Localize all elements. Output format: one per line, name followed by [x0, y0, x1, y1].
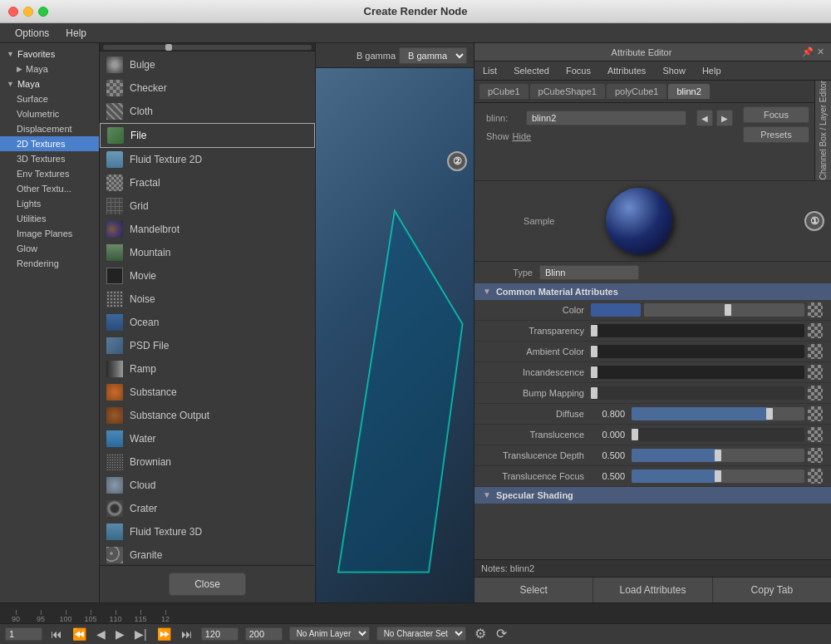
texture-ramp[interactable]: Ramp: [100, 357, 315, 381]
tree-item-surface[interactable]: Surface: [0, 91, 99, 106]
tree-item-envtextures[interactable]: Env Textures: [0, 166, 99, 181]
attr-editor-close[interactable]: ✕: [817, 47, 824, 57]
menu-options[interactable]: Options: [7, 26, 57, 41]
minimize-button[interactable]: [23, 7, 33, 17]
attr-menu-help[interactable]: Help: [699, 64, 725, 77]
load-attributes-button[interactable]: Load Attributes: [593, 578, 712, 602]
texture-grid[interactable]: Grid: [100, 194, 315, 218]
texture-cloud[interactable]: Cloud: [100, 474, 315, 497]
next-key-btn[interactable]: ⏩: [155, 627, 173, 641]
texture-crater[interactable]: Crater: [100, 497, 315, 520]
texture-mandelbrot[interactable]: Mandelbrot: [100, 218, 315, 241]
texture-checker[interactable]: Checker: [100, 76, 315, 100]
attr-editor-pin[interactable]: 📌: [802, 47, 814, 57]
tree-item-displacement[interactable]: Displacement: [0, 121, 99, 136]
tree-item-lights[interactable]: Lights: [0, 196, 99, 211]
translucence-depth-slider[interactable]: [632, 449, 804, 462]
tree-item-3dtextures[interactable]: 3D Textures: [0, 151, 99, 166]
type-select[interactable]: Blinn: [539, 265, 639, 280]
prev-key-btn[interactable]: ⏪: [71, 627, 88, 641]
incandescence-slider[interactable]: [591, 366, 804, 379]
tree-item-favorites[interactable]: ▼ Favorites: [0, 47, 99, 61]
tree-item-utilities[interactable]: Utilities: [0, 211, 99, 226]
close-button[interactable]: [8, 7, 18, 17]
texture-noise[interactable]: Noise: [100, 288, 315, 311]
copy-tab-button[interactable]: Copy Tab: [713, 578, 831, 602]
translucence-focus-checker[interactable]: [808, 469, 823, 484]
anim-layer-dropdown[interactable]: No Anim Layer: [289, 627, 370, 641]
tab-polycube1[interactable]: polyCube1: [607, 84, 667, 99]
tab-pcube1[interactable]: pCube1: [479, 84, 529, 99]
common-attrs-section[interactable]: ▼ Common Material Attributes: [475, 283, 831, 300]
attr-prev-btn[interactable]: ◀: [696, 110, 713, 126]
texture-mountain[interactable]: Mountain: [100, 241, 315, 264]
texture-file[interactable]: File: [100, 123, 315, 148]
texture-bulge[interactable]: Bulge: [100, 53, 315, 76]
focus-button[interactable]: Focus: [743, 106, 809, 123]
ambient-checker[interactable]: [808, 344, 823, 359]
texture-granite[interactable]: Granite: [100, 543, 315, 565]
texture-fluid3d[interactable]: Fluid Texture 3D: [100, 520, 315, 543]
tree-item-othertextures[interactable]: Other Textu...: [0, 181, 99, 196]
end-frame-input[interactable]: [245, 627, 283, 641]
start-frame-input[interactable]: [201, 627, 238, 641]
bumpmapping-slider[interactable]: [591, 386, 804, 400]
texture-substance[interactable]: Substance: [100, 381, 315, 404]
select-button[interactable]: Select: [475, 578, 593, 602]
tab-pcubeshape1[interactable]: pCubeShape1: [530, 84, 605, 99]
translucence-slider[interactable]: [632, 428, 804, 441]
menu-help[interactable]: Help: [57, 26, 95, 41]
color-swatch[interactable]: [591, 303, 641, 317]
gamma-dropdown[interactable]: B gamma: [399, 47, 467, 64]
tab-blinn2[interactable]: blinn2: [668, 84, 709, 99]
translucence-depth-checker[interactable]: [808, 448, 823, 463]
current-frame-input[interactable]: [5, 627, 42, 641]
transparency-checker[interactable]: [808, 323, 823, 338]
scroll-slider[interactable]: [100, 43, 315, 52]
tree-item-imageplanes[interactable]: Image Planes: [0, 226, 99, 241]
texture-fluid2d[interactable]: Fluid Texture 2D: [100, 148, 315, 171]
skip-start-btn[interactable]: ⏮: [49, 627, 64, 641]
texture-movie[interactable]: Movie: [100, 264, 315, 288]
texture-psd[interactable]: PSD File: [100, 334, 315, 357]
transparency-slider[interactable]: [591, 324, 804, 337]
tree-item-volumetric[interactable]: Volumetric: [0, 106, 99, 121]
presets-button[interactable]: Presets: [743, 126, 809, 143]
bumpmapping-checker[interactable]: [808, 386, 823, 401]
tree-item-2dtextures[interactable]: 2D Textures: [0, 136, 99, 151]
translucence-focus-slider[interactable]: [632, 469, 804, 483]
diffuse-slider[interactable]: [632, 407, 804, 420]
incandescence-checker[interactable]: [808, 365, 823, 380]
attr-menu-attributes[interactable]: Attributes: [604, 64, 649, 77]
attr-menu-show[interactable]: Show: [659, 64, 689, 77]
hide-button[interactable]: Hide: [513, 131, 532, 141]
texture-fractal[interactable]: Fractal: [100, 171, 315, 194]
sample-sphere[interactable]: [606, 188, 672, 254]
close-button[interactable]: Close: [169, 573, 246, 596]
tree-item-maya1[interactable]: ▶ Maya: [0, 61, 99, 76]
playback-options-btn[interactable]: ⚙: [473, 626, 488, 642]
texture-substance-output[interactable]: Substance Output: [100, 404, 315, 427]
diffuse-checker[interactable]: [808, 406, 823, 421]
tree-item-maya2[interactable]: ▼ Maya: [0, 76, 99, 91]
texture-water[interactable]: Water: [100, 427, 315, 450]
char-set-dropdown[interactable]: No Character Set: [376, 627, 466, 641]
texture-cloth[interactable]: Cloth: [100, 100, 315, 123]
blinn-name-input[interactable]: [526, 111, 686, 125]
step-fwd-btn[interactable]: ▶|: [133, 627, 149, 641]
texture-brownian[interactable]: Brownian: [100, 450, 315, 474]
attr-menu-selected[interactable]: Selected: [510, 64, 553, 77]
play-btn[interactable]: ▶: [114, 627, 126, 641]
color-checker[interactable]: [808, 302, 823, 317]
texture-ocean[interactable]: Ocean: [100, 311, 315, 334]
skip-end-btn[interactable]: ⏭: [179, 627, 194, 641]
maximize-button[interactable]: [38, 7, 48, 17]
translucence-checker[interactable]: [808, 427, 823, 442]
timeline-settings-btn[interactable]: ⟳: [494, 626, 509, 642]
step-back-btn[interactable]: ◀: [95, 627, 107, 641]
attr-next-btn[interactable]: ▶: [716, 110, 733, 126]
attr-menu-focus[interactable]: Focus: [563, 64, 594, 77]
color-slider[interactable]: [644, 303, 804, 317]
ambient-slider[interactable]: [591, 345, 804, 358]
channel-box-tab[interactable]: Channel Box / Layer Editor: [814, 81, 831, 180]
